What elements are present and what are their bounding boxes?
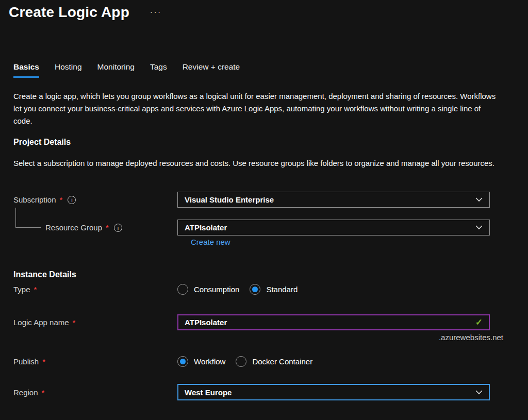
required-asterisk: * <box>73 318 76 327</box>
resource-group-value: ATPIsolater <box>185 223 227 232</box>
logic-app-name-input[interactable]: ATPIsolater ✓ <box>177 314 490 330</box>
tab-review-create[interactable]: Review + create <box>183 62 240 78</box>
type-label: Type* <box>0 283 177 296</box>
tab-tags[interactable]: Tags <box>150 62 167 78</box>
radio-standard[interactable] <box>250 284 260 295</box>
chevron-down-icon <box>475 225 483 230</box>
required-asterisk: * <box>34 285 37 294</box>
page-title: Create Logic App <box>9 4 129 21</box>
wizard-tabs: Basics Hosting Monitoring Tags Review + … <box>13 62 240 78</box>
info-icon[interactable]: i <box>68 196 76 204</box>
type-row: Type* Consumption Standard <box>0 283 528 296</box>
publish-radio-group: Workflow Docker Container <box>177 355 490 368</box>
resource-group-label: Resource Group* i <box>0 220 177 236</box>
subscription-dropdown[interactable]: Visual Studio Enterprise <box>177 192 490 208</box>
resource-group-row: Resource Group* i ATPIsolater <box>0 220 528 236</box>
more-options-icon[interactable]: ··· <box>150 8 162 15</box>
domain-suffix: .azurewebsites.net <box>191 333 503 342</box>
radio-option-standard[interactable]: Standard <box>250 284 298 295</box>
chevron-down-icon <box>475 197 483 202</box>
create-new-link[interactable]: Create new <box>191 238 230 246</box>
subscription-label: Subscription* i <box>0 192 177 208</box>
radio-option-docker-container[interactable]: Docker Container <box>236 356 312 367</box>
tab-monitoring[interactable]: Monitoring <box>97 62 135 78</box>
intro-text: Create a logic app, which lets you group… <box>13 90 501 127</box>
logic-app-name-row: Logic App name* ATPIsolater ✓ <box>0 314 528 330</box>
subscription-row: Subscription* i Visual Studio Enterprise <box>0 192 528 208</box>
radio-label-docker-container: Docker Container <box>252 357 312 366</box>
required-asterisk: * <box>60 195 63 204</box>
logic-app-name-label: Logic App name* <box>0 314 177 330</box>
header: Create Logic App ··· <box>9 4 162 21</box>
region-dropdown[interactable]: West Europe <box>177 384 490 400</box>
required-asterisk: * <box>42 388 45 397</box>
tab-hosting[interactable]: Hosting <box>55 62 82 78</box>
required-asterisk: * <box>106 223 109 232</box>
project-details-heading: Project Details <box>13 138 71 147</box>
radio-option-workflow[interactable]: Workflow <box>177 356 225 367</box>
type-radio-group: Consumption Standard <box>177 283 490 296</box>
radio-workflow[interactable] <box>177 356 188 367</box>
resource-group-dropdown[interactable]: ATPIsolater <box>177 220 490 236</box>
radio-label-workflow: Workflow <box>194 357 225 366</box>
publish-row: Publish* Workflow Docker Container <box>0 355 528 368</box>
region-row: Region* West Europe <box>0 384 528 400</box>
subscription-value: Visual Studio Enterprise <box>185 195 274 204</box>
region-label: Region* <box>0 384 177 400</box>
info-icon[interactable]: i <box>114 224 122 232</box>
publish-label: Publish* <box>0 355 177 368</box>
instance-details-heading: Instance Details <box>13 270 76 279</box>
chevron-down-icon <box>475 390 483 395</box>
radio-label-standard: Standard <box>266 285 298 294</box>
radio-option-consumption[interactable]: Consumption <box>177 284 239 295</box>
radio-label-consumption: Consumption <box>194 285 239 294</box>
radio-consumption[interactable] <box>177 284 188 295</box>
create-logic-app-page: Create Logic App ··· Basics Hosting Moni… <box>0 0 528 420</box>
valid-checkmark-icon: ✓ <box>475 317 483 328</box>
tab-basics[interactable]: Basics <box>13 62 39 78</box>
logic-app-name-value: ATPIsolater <box>185 318 227 327</box>
required-asterisk: * <box>42 357 45 366</box>
region-value: West Europe <box>185 388 232 397</box>
radio-docker-container[interactable] <box>236 356 246 367</box>
project-details-description: Select a subscription to manage deployed… <box>13 157 506 170</box>
